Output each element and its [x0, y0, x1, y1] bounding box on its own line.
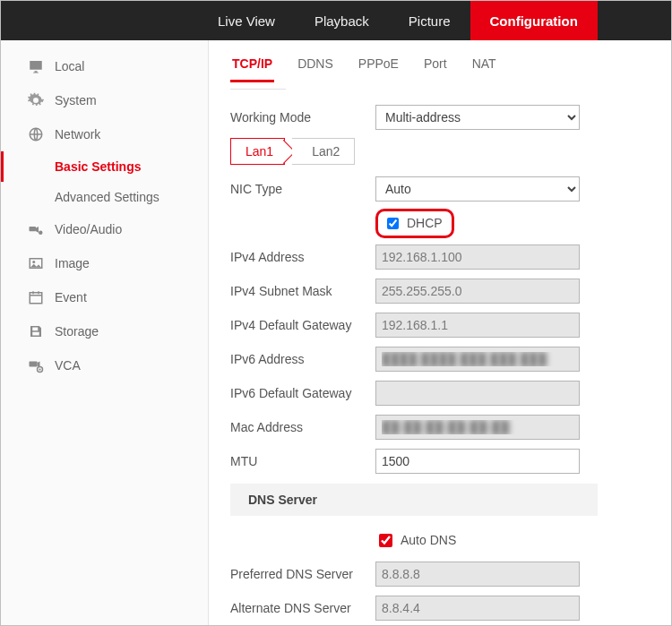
working-mode-label: Working Mode — [230, 110, 375, 124]
tab-tcpip[interactable]: TCP/IP — [230, 53, 274, 82]
sidebar-item-network[interactable]: Network — [1, 117, 208, 151]
alt-dns-label: Alternate DNS Server — [230, 601, 375, 615]
sidebar-item-event[interactable]: Event — [1, 280, 208, 314]
dhcp-highlight: DHCP — [375, 209, 454, 238]
ipv6-gw-label: IPv6 Default Gateway — [230, 386, 375, 400]
sidebar-item-system[interactable]: System — [1, 83, 208, 117]
sidebar-sub-basic-settings[interactable]: Basic Settings — [1, 151, 208, 182]
working-mode-select[interactable]: Multi-address — [375, 105, 580, 130]
sidebar: Local System Network Basic Settings Adva… — [1, 40, 209, 625]
mac-label: Mac Address — [230, 420, 375, 434]
sidebar-item-label: Local — [55, 59, 84, 73]
ipv6-address-label: IPv6 Address — [230, 352, 375, 366]
svg-point-8 — [39, 368, 40, 370]
ipv4-address-label: IPv4 Address — [230, 250, 375, 264]
svg-point-4 — [32, 261, 35, 263]
mtu-label: MTU — [230, 454, 375, 468]
tab-port[interactable]: Port — [422, 53, 449, 82]
svg-rect-1 — [30, 227, 37, 231]
monitor-icon — [28, 58, 44, 74]
sidebar-item-label: Event — [55, 290, 87, 304]
sidebar-sub-label: Basic Settings — [55, 159, 141, 174]
content-panel: TCP/IP DDNS PPPoE Port NAT Working Mode … — [209, 40, 671, 625]
sidebar-item-label: Network — [55, 127, 100, 141]
lan-tabs: Lan1 Lan2 — [230, 138, 650, 165]
ipv6-address-input[interactable] — [375, 347, 580, 372]
tab-underline — [230, 89, 286, 90]
svg-point-2 — [39, 231, 43, 236]
sidebar-sub-advanced-settings[interactable]: Advanced Settings — [1, 182, 208, 212]
nav-playback[interactable]: Playback — [295, 1, 389, 40]
main-area: Local System Network Basic Settings Adva… — [1, 40, 671, 625]
tab-nat[interactable]: NAT — [470, 53, 498, 82]
camera-mic-icon — [28, 221, 44, 237]
sidebar-item-storage[interactable]: Storage — [1, 314, 208, 348]
ipv6-gw-input[interactable] — [375, 381, 580, 406]
sidebar-item-label: Storage — [55, 324, 99, 339]
ipv4-mask-input[interactable] — [375, 279, 580, 304]
tab-pppoe[interactable]: PPPoE — [357, 53, 401, 82]
ipv4-address-input[interactable] — [375, 244, 580, 270]
sidebar-item-vca[interactable]: VCA — [1, 348, 208, 382]
vca-icon — [28, 357, 44, 373]
nav-live-view[interactable]: Live View — [198, 1, 295, 40]
nic-type-label: NIC Type — [230, 182, 375, 196]
svg-rect-5 — [30, 293, 42, 304]
sidebar-item-label: Image — [55, 256, 90, 270]
dhcp-label: DHCP — [407, 216, 443, 230]
sidebar-item-local[interactable]: Local — [1, 49, 208, 83]
sidebar-item-video-audio[interactable]: Video/Audio — [1, 212, 208, 246]
dns-section-header: DNS Server — [230, 484, 598, 516]
image-icon — [28, 255, 44, 271]
mtu-input[interactable] — [375, 449, 580, 474]
sidebar-item-label: System — [55, 93, 97, 107]
auto-dns-label: Auto DNS — [401, 533, 456, 547]
pref-dns-input[interactable] — [375, 562, 580, 587]
sidebar-sub-label: Advanced Settings — [55, 190, 159, 204]
nav-configuration[interactable]: Configuration — [470, 1, 598, 40]
tab-ddns[interactable]: DDNS — [296, 53, 335, 82]
alt-dns-input[interactable] — [375, 596, 580, 621]
sidebar-item-label: VCA — [55, 358, 81, 373]
lan-tab-lan1[interactable]: Lan1 — [230, 138, 285, 165]
sidebar-item-label: Video/Audio — [55, 222, 122, 236]
globe-icon — [28, 126, 44, 142]
ipv4-mask-label: IPv4 Subnet Mask — [230, 284, 375, 298]
calendar-icon — [28, 289, 44, 305]
subtabs: TCP/IP DDNS PPPoE Port NAT — [230, 53, 650, 83]
gear-icon — [28, 92, 44, 108]
mac-input[interactable] — [375, 415, 580, 440]
ipv4-gw-label: IPv4 Default Gateway — [230, 318, 375, 332]
dhcp-checkbox[interactable] — [387, 218, 399, 229]
nav-picture[interactable]: Picture — [389, 1, 470, 40]
pref-dns-label: Preferred DNS Server — [230, 567, 375, 581]
top-nav: Live View Playback Picture Configuration — [1, 1, 671, 40]
nic-type-select[interactable]: Auto — [375, 176, 580, 202]
save-icon — [28, 323, 44, 339]
lan-tab-lan2[interactable]: Lan2 — [292, 138, 355, 165]
svg-rect-6 — [30, 362, 38, 367]
ipv4-gw-input[interactable] — [375, 313, 580, 338]
sidebar-item-image[interactable]: Image — [1, 246, 208, 280]
auto-dns-checkbox[interactable] — [379, 534, 392, 547]
